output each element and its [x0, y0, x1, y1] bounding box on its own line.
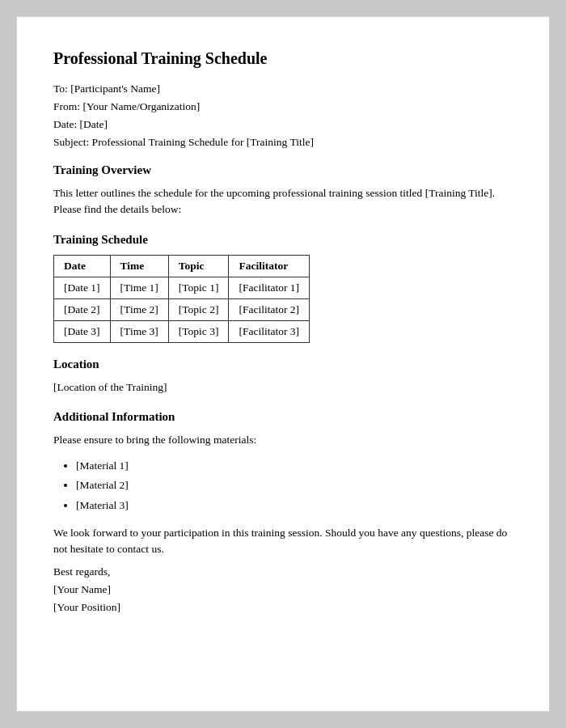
closing-position: [Your Position]	[53, 601, 513, 614]
meta-to: To: [Participant's Name]	[53, 83, 513, 95]
closing-regards: Best regards,	[53, 565, 513, 578]
table-cell-r0-c1: [Time 1]	[110, 277, 168, 298]
material-item-2: [Material 2]	[76, 476, 513, 495]
meta-from: From: [Your Name/Organization]	[53, 100, 513, 113]
training-overview-heading: Training Overview	[53, 163, 513, 177]
table-row: [Date 3][Time 3][Topic 3][Facilitator 3]	[54, 320, 310, 342]
document-title: Professional Training Schedule	[53, 49, 513, 68]
col-header-topic: Topic	[168, 255, 229, 277]
table-cell-r0-c2: [Topic 1]	[168, 277, 229, 298]
table-cell-r2-c0: [Date 3]	[54, 320, 111, 342]
location-body: [Location of the Training]	[53, 379, 513, 396]
table-cell-r2-c3: [Facilitator 3]	[229, 320, 310, 342]
table-header-row: Date Time Topic Facilitator	[54, 255, 310, 277]
location-heading: Location	[53, 358, 513, 371]
meta-subject: Subject: Professional Training Schedule …	[53, 136, 513, 149]
table-cell-r2-c1: [Time 3]	[110, 320, 168, 342]
col-header-facilitator: Facilitator	[229, 255, 310, 277]
table-cell-r2-c2: [Topic 3]	[168, 320, 229, 342]
material-item-1: [Material 1]	[76, 456, 513, 476]
table-row: [Date 1][Time 1][Topic 1][Facilitator 1]	[54, 277, 310, 298]
material-item-3: [Material 3]	[76, 496, 513, 515]
training-overview-body: This letter outlines the schedule for th…	[53, 185, 513, 218]
training-schedule-heading: Training Schedule	[53, 233, 513, 247]
additional-info-heading: Additional Information	[53, 410, 513, 424]
table-row: [Date 2][Time 2][Topic 2][Facilitator 2]	[54, 298, 310, 320]
col-header-date: Date	[54, 255, 111, 277]
table-cell-r1-c3: [Facilitator 2]	[229, 298, 310, 320]
meta-date: Date: [Date]	[53, 118, 513, 131]
col-header-time: Time	[110, 255, 168, 277]
table-cell-r0-c0: [Date 1]	[54, 277, 111, 298]
additional-info-intro: Please ensure to bring the following mat…	[53, 432, 513, 448]
table-cell-r1-c1: [Time 2]	[110, 298, 168, 320]
materials-list: [Material 1][Material 2][Material 3]	[76, 456, 513, 515]
closing-name: [Your Name]	[53, 583, 513, 596]
closing-body: We look forward to your participation in…	[53, 525, 513, 558]
table-cell-r1-c0: [Date 2]	[54, 298, 111, 320]
document-page: Professional Training Schedule To: [Part…	[16, 16, 550, 712]
table-cell-r0-c3: [Facilitator 1]	[229, 277, 310, 298]
table-cell-r1-c2: [Topic 2]	[168, 298, 229, 320]
training-schedule-table: Date Time Topic Facilitator [Date 1][Tim…	[53, 255, 310, 343]
